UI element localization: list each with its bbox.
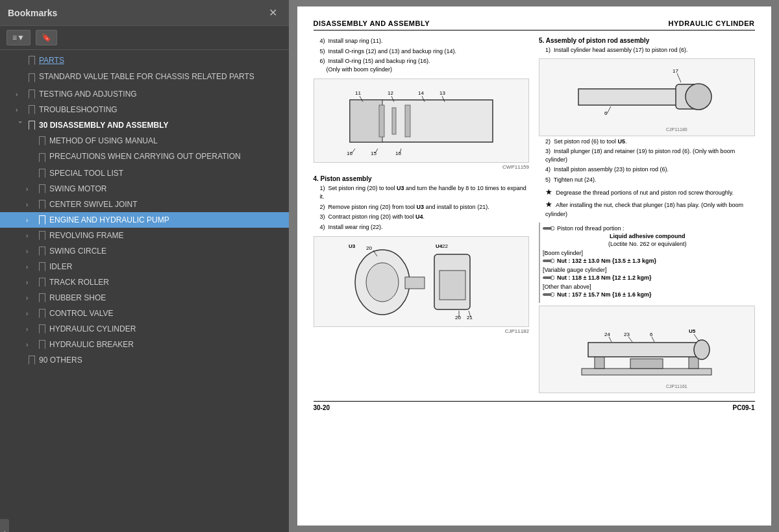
chevron-right-icon: › [26,326,35,333]
diagram-1-caption: CWP11159 [314,164,530,170]
doc-section-4-title: 4. Piston assembly [314,175,530,182]
sidebar-item-label: REVOLVING FRAME [49,231,284,240]
sidebar-item-center-swivel[interactable]: › CENTER SWIVEL JOINT [0,197,289,212]
bookmark-icon [29,73,35,82]
svg-text:12: 12 [388,90,393,96]
diagram-3-svg: 17 6 CJP11180 [572,60,721,134]
svg-text:14: 14 [418,90,424,96]
variable-gauge-label: [Variable gauge cylinder] [543,267,752,273]
svg-text:CJP11161: CJP11161 [666,384,687,389]
doc-content: 4) Install snap ring (11). 5) Install O-… [314,37,755,394]
doc-right-column: 5. Assembly of piston rod assembly 1) In… [539,37,755,394]
svg-point-20 [366,263,399,302]
chevron-right-icon: › [26,186,35,193]
sidebar-item-std-value[interactable]: STANDARD VALUE TABLE FOR CHASSIS RELATED… [0,68,289,86]
sidebar-item-label: CENTER SWIVEL JOINT [49,200,284,209]
sidebar-item-precautions[interactable]: PRECAUTIONS WHEN CARRYING OUT OPERATION [0,149,289,165]
doc-diagram-4: U5 24 23 6 CJP11161 [539,306,755,393]
svg-text:24: 24 [604,332,610,337]
chevron-right-icon: › [16,106,25,114]
doc-section-4: 4. Piston assembly 1) Set piston ring (2… [314,175,530,231]
sidebar-item-label: IDLER [49,262,284,271]
chevron-down-icon: › [17,121,24,130]
doc-diagram-3: 17 6 CJP11180 [539,58,755,136]
doc-footer-page: 30-20 [314,404,330,411]
sidebar-item-swing-circle[interactable]: › SWING CIRCLE [0,243,289,259]
doc-section-5-title: 5. Assembly of piston rod assembly [539,37,755,44]
sidebar-item-parts[interactable]: PARTS [0,53,289,68]
doc-section-5-step2: 2) Set piston rod (6) to tool U5. [545,138,755,146]
sidebar-item-label: TESTING AND ADJUSTING [39,90,284,99]
doc-section-4-step4: 4) Install wear ring (22). [320,223,530,232]
bookmark-icon [39,153,45,162]
sidebar-item-idler[interactable]: › IDLER [0,259,289,274]
nut3-icon [543,291,554,298]
sidebar-toolbar: ≡▼ 🔖 [0,26,289,50]
svg-text:20: 20 [366,245,372,251]
doc-footer-model: PC09-1 [733,404,755,411]
svg-rect-53 [588,343,699,357]
doc-section-4-step2: 2) Remove piston ring (20) from tool U3 … [320,203,530,212]
collapse-sidebar-button[interactable]: ‹ [0,519,9,532]
chevron-right-icon: › [26,310,35,317]
sidebar-item-track-roller[interactable]: › TRACK ROLLER [0,274,289,290]
sidebar-item-disassembly[interactable]: › 30 DISASSEMBLY AND ASSEMBLY [0,117,289,133]
sidebar-item-label: RUBBER SHOE [49,293,284,302]
doc-step-4: 4) Install snap ring (11). [320,37,530,45]
sidebar-item-label: SPECIAL TOOL LIST [49,169,284,178]
svg-line-56 [694,334,699,341]
doc-header-right: HYDRAULIC CYLINDER [668,19,754,27]
chevron-right-icon: › [26,263,35,271]
sidebar-header: Bookmarks ✕ [0,0,289,26]
bookmark-icon [39,215,45,224]
sidebar-item-engine-hydraulic[interactable]: › ENGINE AND HYDRAULIC PUMP [0,212,289,228]
bookmark-icon [39,169,45,178]
svg-text:21: 21 [467,315,473,320]
sidebar-item-label: PRECAUTIONS WHEN CARRYING OUT OPERATION [49,152,284,162]
close-button[interactable]: ✕ [265,5,281,20]
doc-diagram-1: 11 12 14 13 16 [314,79,530,163]
sidebar-item-method[interactable]: METHOD OF USING MANUAL [0,133,289,149]
sidebar-item-hydraulic-cylinder[interactable]: › HYDRAULIC CYLINDER [0,321,289,337]
sidebar-item-testing[interactable]: › TESTING AND ADJUSTING [0,86,289,102]
bookmark-icon [39,262,45,271]
sidebar-item-control-valve[interactable]: › CONTROL VALVE [0,306,289,321]
bookmark-icon [29,121,35,130]
adhesive-note: (Loctite No. 262 or equivalent) [543,241,752,247]
bookmark-button[interactable]: 🔖 [36,30,57,45]
svg-rect-26 [439,271,465,300]
doc-section-5-step4: 4) Install piston assembly (23) to pisto… [545,165,755,174]
svg-rect-10 [379,105,384,137]
sidebar-item-label: 30 DISASSEMBLY AND ASSEMBLY [39,121,284,130]
doc-step-5: 5) Install O-rings (12) and (13) and bac… [320,47,530,56]
doc-section-5-step1: 1) Install cylinder head assembly (17) t… [545,46,755,54]
nut2-label: Nut : 118 ± 11.8 Nm {12 ± 1.2 kgm} [557,274,651,281]
sidebar-item-label: HYDRAULIC BREAKER [49,340,284,349]
sidebar-item-special-tool[interactable]: SPECIAL TOOL LIST [0,165,289,181]
sidebar-item-label[interactable]: PARTS [39,56,284,65]
sidebar-item-troubleshooting[interactable]: › TROUBLESHOOTING [0,102,289,117]
diagram-1-svg: 11 12 14 13 16 [343,80,499,162]
svg-text:U5: U5 [689,328,696,334]
sidebar-item-swing-motor[interactable]: › SWING MOTOR [0,181,289,197]
doc-thread-section: Piston rod thread portion : Liquid adhes… [539,223,755,303]
sidebar-item-hydraulic-breaker[interactable]: › HYDRAULIC BREAKER [0,337,289,352]
document-panel: DISASSEMBLY AND ASSEMBLY HYDRAULIC CYLIN… [289,0,779,532]
sidebar-item-revolving-frame[interactable]: › REVOLVING FRAME [0,228,289,243]
doc-note-2: ★ After installing the nut, check that p… [545,199,755,218]
bookmark-icon [39,309,45,318]
bookmark-icon [39,200,45,209]
view-options-button[interactable]: ≡▼ [6,30,31,45]
doc-section-5-step5: 5) Tighten nut (24). [545,176,755,184]
chevron-right-icon: › [26,201,35,208]
svg-rect-11 [392,108,396,134]
doc-left-column: 4) Install snap ring (11). 5) Install O-… [314,37,530,394]
svg-rect-1 [350,100,382,142]
sidebar-item-label: TROUBLESHOOTING [39,105,284,114]
chevron-right-icon: › [26,341,35,348]
doc-header-left: DISASSEMBLY AND ASSEMBLY [314,19,430,27]
bookmark-icon [39,231,45,240]
svg-text:15: 15 [371,151,377,156]
sidebar-item-rubber-shoe[interactable]: › RUBBER SHOE [0,290,289,306]
sidebar-item-90others[interactable]: 90 OTHERS [0,352,289,368]
